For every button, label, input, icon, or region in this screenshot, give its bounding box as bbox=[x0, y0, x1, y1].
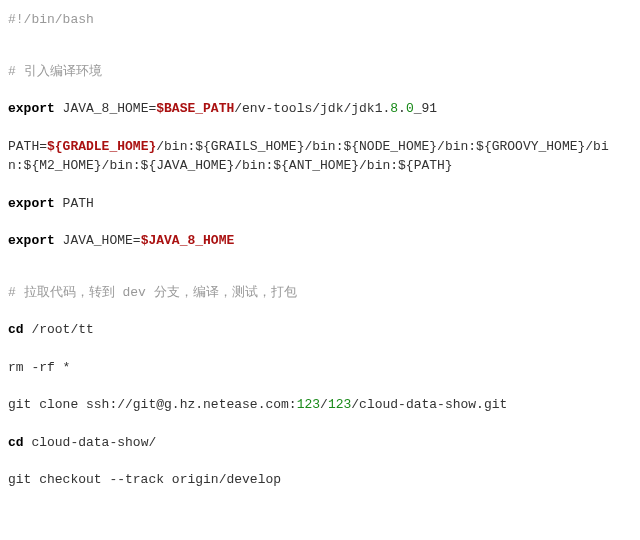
code-line-comment1: # 引入编译环境 bbox=[8, 60, 632, 84]
code-text: . bbox=[398, 101, 406, 116]
code-line-cd-root: cd /root/tt bbox=[8, 318, 632, 342]
blank-spacer bbox=[8, 379, 632, 393]
code-text: git clone ssh://git@g.hz.netease.com: bbox=[8, 397, 297, 412]
code-text: PATH bbox=[55, 196, 94, 211]
code-text: PATH= bbox=[8, 139, 47, 154]
number-literal: 123 bbox=[328, 397, 351, 412]
blank-spacer bbox=[8, 342, 632, 356]
code-text: /cloud-data-show.git bbox=[351, 397, 507, 412]
blank-spacer bbox=[8, 215, 632, 229]
variable-ref: ${GRADLE_HOME} bbox=[47, 139, 156, 154]
code-line-shebang: #!/bin/bash bbox=[8, 8, 632, 32]
keyword-export: export bbox=[8, 233, 55, 248]
code-text: /env-tools/jdk/jdk1. bbox=[234, 101, 390, 116]
number-literal: 8 bbox=[390, 101, 398, 116]
command-cd: cd bbox=[8, 322, 24, 337]
code-text: JAVA_HOME= bbox=[55, 233, 141, 248]
blank-spacer bbox=[8, 454, 632, 468]
code-text: /root/tt bbox=[24, 322, 94, 337]
code-line-rm: rm -rf * bbox=[8, 356, 632, 380]
code-line-cd-project: cd cloud-data-show/ bbox=[8, 431, 632, 455]
blank-spacer bbox=[8, 32, 632, 60]
code-line-comment2: # 拉取代码，转到 dev 分支，编译，测试，打包 bbox=[8, 281, 632, 305]
keyword-export: export bbox=[8, 196, 55, 211]
code-text: / bbox=[320, 397, 328, 412]
number-literal: 123 bbox=[297, 397, 320, 412]
keyword-export: export bbox=[8, 101, 55, 116]
blank-spacer bbox=[8, 83, 632, 97]
shebang-text: #!/bin/bash bbox=[8, 12, 94, 27]
comment-text: # 拉取代码，转到 dev 分支，编译，测试，打包 bbox=[8, 285, 297, 300]
blank-spacer bbox=[8, 417, 632, 431]
variable-ref: $BASE_PATH bbox=[156, 101, 234, 116]
code-text: cloud-data-show/ bbox=[24, 435, 157, 450]
code-text: _91 bbox=[414, 101, 437, 116]
code-line-checkout: git checkout --track origin/develop bbox=[8, 468, 632, 492]
blank-spacer bbox=[8, 253, 632, 281]
code-line-export-javahome: export JAVA_HOME=$JAVA_8_HOME bbox=[8, 229, 632, 253]
blank-spacer bbox=[8, 178, 632, 192]
code-line-path: PATH=${GRADLE_HOME}/bin:${GRAILS_HOME}/b… bbox=[8, 135, 632, 178]
code-line-export-java8: export JAVA_8_HOME=$BASE_PATH/env-tools/… bbox=[8, 97, 632, 121]
number-literal: 0 bbox=[406, 101, 414, 116]
code-text: git checkout --track origin/develop bbox=[8, 472, 281, 487]
comment-text: # 引入编译环境 bbox=[8, 64, 102, 79]
code-text: JAVA_8_HOME= bbox=[55, 101, 156, 116]
code-line-export-path: export PATH bbox=[8, 192, 632, 216]
blank-spacer bbox=[8, 121, 632, 135]
code-text: rm -rf * bbox=[8, 360, 70, 375]
command-cd: cd bbox=[8, 435, 24, 450]
variable-ref: $JAVA_8_HOME bbox=[141, 233, 235, 248]
code-line-gitclone: git clone ssh://git@g.hz.netease.com:123… bbox=[8, 393, 632, 417]
blank-spacer bbox=[8, 304, 632, 318]
